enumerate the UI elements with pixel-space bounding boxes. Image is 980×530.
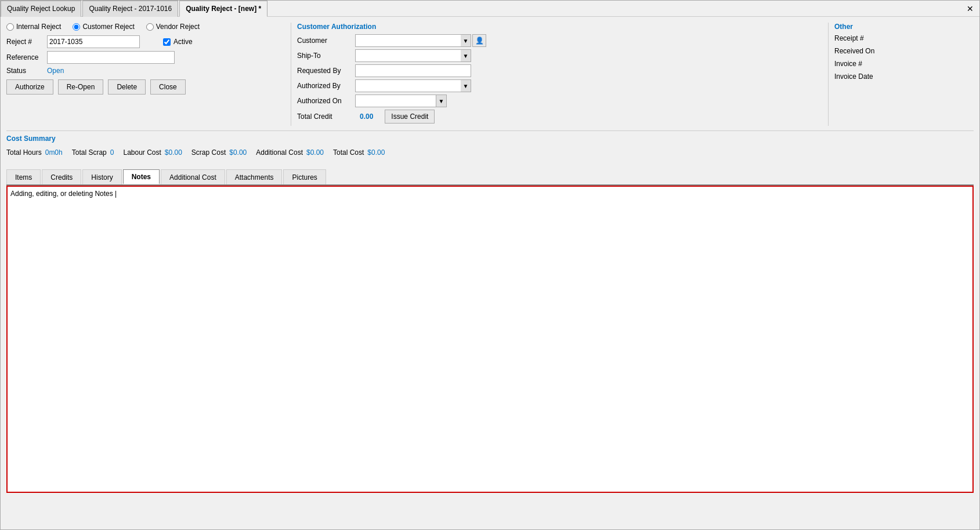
invoice-label: Invoice # (834, 60, 974, 68)
tab-notes[interactable]: Notes (123, 169, 160, 184)
requested-by-input[interactable] (355, 64, 471, 77)
cost-summary-title: Cost Summary (6, 135, 974, 143)
ship-to-label: Ship-To (297, 52, 355, 60)
vendor-reject-text: Vendor Reject (156, 23, 200, 31)
total-cost-label: Total Cost (333, 148, 364, 157)
active-checkbox-row: Active (163, 38, 193, 46)
tab-credits[interactable]: Credits (42, 169, 81, 184)
tab-quality-reject-2017[interactable]: Quality Reject - 2017-1016 (82, 1, 178, 17)
requested-by-row: Requested By (297, 64, 822, 77)
active-label: Active (173, 38, 193, 46)
customer-select-wrapper: ▼ (355, 34, 471, 47)
authorized-on-dropdown-arrow[interactable]: ▼ (436, 95, 447, 107)
labour-cost-item: Labour Cost $0.00 (123, 148, 182, 157)
notes-textarea[interactable] (6, 186, 974, 493)
active-checkbox[interactable] (163, 38, 171, 46)
customer-row: Customer ▼ 👤 (297, 34, 822, 47)
internal-reject-radio[interactable] (6, 23, 14, 31)
tab-history[interactable]: History (82, 169, 121, 184)
action-buttons: Authorize Re-Open Delete Close (6, 79, 291, 95)
internal-reject-label[interactable]: Internal Reject (6, 23, 61, 31)
total-hours-label: Total Hours (6, 148, 42, 157)
ship-to-dropdown-arrow[interactable]: ▼ (461, 49, 471, 62)
top-section: Internal Reject Customer Reject Vendor R… (6, 23, 974, 126)
tab-quality-reject-new[interactable]: Quality Reject - [new] * (179, 1, 267, 17)
total-credit-label: Total Credit (297, 112, 355, 121)
authorized-by-label: Authorized By (297, 82, 355, 90)
customer-reject-radio[interactable] (73, 23, 80, 31)
customer-input[interactable] (355, 34, 471, 47)
total-hours-item: Total Hours 0m0h (6, 148, 63, 157)
customer-reject-label[interactable]: Customer Reject (73, 23, 134, 31)
main-window: Quality Reject Lookup Quality Reject - 2… (0, 0, 980, 530)
scrap-cost-value: $0.00 (229, 148, 247, 157)
authorized-on-label: Authorized On (297, 97, 355, 105)
close-button[interactable]: ✕ (963, 4, 977, 13)
authorized-by-dropdown-arrow[interactable]: ▼ (461, 79, 471, 92)
total-cost-item: Total Cost $0.00 (333, 148, 385, 157)
labour-cost-value: $0.00 (165, 148, 182, 157)
customer-dropdown-arrow[interactable]: ▼ (461, 34, 471, 47)
requested-by-label: Requested By (297, 67, 355, 75)
authorize-button[interactable]: Authorize (6, 79, 53, 95)
tab-additional-cost[interactable]: Additional Cost (161, 169, 225, 184)
authorized-by-select-wrapper: ▼ (355, 79, 471, 92)
ship-to-input[interactable] (355, 49, 471, 62)
status-value: Open (47, 67, 64, 75)
authorized-by-input[interactable] (355, 79, 471, 92)
invoice-date-label: Invoice Date (834, 72, 974, 81)
vendor-reject-radio[interactable] (146, 23, 154, 31)
authorized-on-input[interactable] (355, 95, 436, 107)
authorized-on-date-wrapper: ▼ (355, 95, 447, 107)
other-panel: Other Receipt # Received On Invoice # In… (829, 23, 974, 126)
tab-items[interactable]: Items (6, 169, 41, 184)
total-scrap-item: Total Scrap 0 (72, 148, 114, 157)
customer-search-button[interactable]: 👤 (472, 34, 486, 47)
total-scrap-value: 0 (110, 148, 114, 157)
title-bar: Quality Reject Lookup Quality Reject - 2… (1, 1, 979, 17)
additional-cost-item: Additional Cost $0.00 (256, 148, 324, 157)
reopen-button[interactable]: Re-Open (58, 79, 104, 95)
ship-to-select-wrapper: ▼ (355, 49, 471, 62)
receipt-label: Receipt # (834, 34, 974, 42)
internal-reject-text: Internal Reject (16, 23, 61, 31)
total-credit-row: Total Credit 0.00 Issue Credit (297, 110, 822, 124)
reference-label: Reference (6, 53, 47, 61)
customer-auth-title: Customer Authorization (297, 23, 822, 31)
close-form-button[interactable]: Close (150, 79, 186, 95)
total-hours-value: 0m0h (45, 148, 63, 157)
issue-credit-button[interactable]: Issue Credit (385, 110, 435, 124)
bottom-tabs-section: Items Credits History Notes Additional C… (6, 169, 974, 495)
tab-pictures[interactable]: Pictures (283, 169, 326, 184)
received-on-label: Received On (834, 47, 974, 55)
tab-attachments[interactable]: Attachments (226, 169, 283, 184)
other-title: Other (834, 23, 974, 31)
total-cost-value: $0.00 (367, 148, 385, 157)
status-row: Status Open (6, 67, 291, 75)
bottom-tab-bar: Items Credits History Notes Additional C… (6, 169, 974, 186)
search-icon: 👤 (475, 37, 484, 45)
delete-button[interactable]: Delete (108, 79, 146, 95)
additional-cost-value: $0.00 (306, 148, 324, 157)
labour-cost-label: Labour Cost (123, 148, 161, 157)
customer-auth-panel: Customer Authorization Customer ▼ 👤 Ship… (291, 23, 829, 126)
customer-reject-text: Customer Reject (82, 23, 134, 31)
authorized-on-row: Authorized On ▼ (297, 95, 822, 107)
additional-cost-label: Additional Cost (256, 148, 303, 157)
scrap-cost-label: Scrap Cost (191, 148, 226, 157)
reject-type-row: Internal Reject Customer Reject Vendor R… (6, 23, 291, 31)
status-label: Status (6, 67, 47, 75)
content-area: Internal Reject Customer Reject Vendor R… (1, 17, 979, 529)
ship-to-row: Ship-To ▼ (297, 49, 822, 62)
authorized-by-row: Authorized By ▼ (297, 79, 822, 92)
total-credit-value: 0.00 (360, 112, 373, 121)
reference-row: Reference (6, 51, 291, 64)
reject-number-label: Reject # (6, 38, 47, 46)
customer-label: Customer (297, 37, 355, 45)
tab-quality-reject-lookup[interactable]: Quality Reject Lookup (1, 1, 81, 17)
cost-row: Total Hours 0m0h Total Scrap 0 Labour Co… (6, 146, 974, 159)
reference-input[interactable] (47, 51, 175, 64)
left-panel: Internal Reject Customer Reject Vendor R… (6, 23, 291, 126)
vendor-reject-label[interactable]: Vendor Reject (146, 23, 200, 31)
reject-number-input[interactable] (47, 35, 140, 48)
